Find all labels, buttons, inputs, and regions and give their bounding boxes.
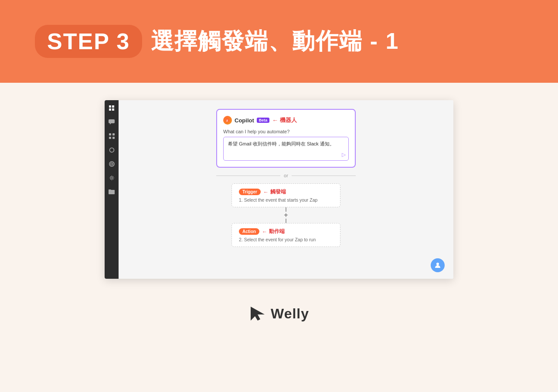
trigger-block[interactable]: Trigger ← 觸發端 1. Select the event that s… bbox=[231, 183, 340, 207]
svg-text:z: z bbox=[226, 118, 228, 122]
svg-point-11 bbox=[111, 163, 113, 165]
trigger-label: 觸發端 bbox=[270, 188, 286, 196]
sidebar-icon-folder[interactable] bbox=[108, 188, 115, 195]
sidebar-icon-home[interactable] bbox=[108, 105, 115, 112]
svg-rect-1 bbox=[112, 105, 114, 108]
welly-text: Welly bbox=[271, 306, 309, 322]
svg-rect-3 bbox=[112, 108, 114, 111]
svg-point-10 bbox=[109, 148, 114, 152]
main-content: z Copilot Beta ← 機器人 What can I help you… bbox=[0, 83, 558, 340]
svg-rect-2 bbox=[109, 108, 111, 111]
copilot-input[interactable]: 希望 Gmail 收到信件時，能夠同時在 Slack 通知。 ▷ bbox=[223, 137, 349, 161]
divider-line-right bbox=[292, 176, 356, 176]
trigger-description: 1. Select the event that starts your Zap bbox=[239, 197, 333, 203]
sidebar-icon-settings[interactable] bbox=[108, 174, 115, 181]
svg-point-16 bbox=[436, 263, 439, 265]
trigger-block-header: Trigger ← 觸發端 bbox=[239, 188, 333, 196]
or-text: or bbox=[284, 173, 288, 178]
svg-point-12 bbox=[109, 162, 114, 166]
action-description: 2. Select the event for your Zap to run bbox=[239, 237, 333, 242]
connector: + bbox=[284, 207, 288, 223]
copilot-robot-label: 機器人 bbox=[280, 116, 297, 124]
copilot-arrow-label: ← 機器人 bbox=[272, 116, 297, 124]
svg-rect-6 bbox=[109, 133, 111, 135]
or-divider: or bbox=[216, 173, 356, 178]
welly-brand: Welly bbox=[249, 305, 309, 322]
sidebar bbox=[105, 100, 119, 279]
sidebar-icon-circle[interactable] bbox=[108, 146, 115, 153]
header-title: 選擇觸發端、動作端 - 1 bbox=[151, 26, 399, 57]
connector-plus[interactable]: + bbox=[284, 212, 288, 219]
send-button[interactable]: ▷ bbox=[342, 152, 346, 158]
header: STEP 3 選擇觸發端、動作端 - 1 bbox=[0, 0, 558, 83]
copilot-question: What can I help you automate? bbox=[223, 129, 349, 134]
action-block[interactable]: Action ← 動作端 2. Select the event for you… bbox=[231, 223, 340, 247]
screenshot-container: z Copilot Beta ← 機器人 What can I help you… bbox=[105, 100, 453, 279]
action-label: 動作端 bbox=[269, 228, 285, 235]
copilot-header: z Copilot Beta ← 機器人 bbox=[223, 116, 349, 125]
svg-rect-4 bbox=[109, 119, 115, 123]
svg-rect-7 bbox=[112, 133, 115, 135]
arrow-icon: ← bbox=[272, 117, 278, 124]
beta-badge: Beta bbox=[257, 118, 270, 123]
svg-marker-17 bbox=[251, 307, 265, 321]
sidebar-icon-grid[interactable] bbox=[108, 132, 115, 139]
action-arrow-label: ← 動作端 bbox=[262, 228, 285, 235]
connector-line-bottom bbox=[286, 219, 286, 223]
app-content: z Copilot Beta ← 機器人 What can I help you… bbox=[119, 100, 453, 279]
sidebar-icon-settings2[interactable] bbox=[108, 160, 115, 167]
action-block-header: Action ← 動作端 bbox=[239, 228, 333, 235]
copilot-logo: z bbox=[223, 116, 232, 125]
trigger-arrow-label: ← 觸發端 bbox=[263, 188, 286, 196]
user-avatar[interactable] bbox=[431, 258, 445, 272]
svg-rect-0 bbox=[109, 105, 111, 108]
trigger-badge: Trigger bbox=[239, 189, 261, 195]
trigger-arrow-icon: ← bbox=[263, 189, 269, 195]
welly-logo-icon bbox=[249, 305, 266, 322]
svg-marker-5 bbox=[110, 123, 111, 125]
svg-rect-8 bbox=[109, 137, 111, 139]
step-badge-text: STEP 3 bbox=[47, 29, 130, 54]
action-badge: Action bbox=[239, 228, 259, 235]
flow-container: Trigger ← 觸發端 1. Select the event that s… bbox=[231, 183, 340, 247]
step-badge: STEP 3 bbox=[35, 25, 142, 58]
copilot-input-text: 希望 Gmail 收到信件時，能夠同時在 Slack 通知。 bbox=[228, 141, 334, 146]
sidebar-icon-chat[interactable] bbox=[108, 118, 115, 125]
action-arrow-icon: ← bbox=[262, 229, 267, 235]
svg-rect-9 bbox=[112, 137, 115, 139]
copilot-card: z Copilot Beta ← 機器人 What can I help you… bbox=[216, 109, 356, 168]
svg-point-13 bbox=[111, 177, 113, 179]
copilot-label: Copilot bbox=[235, 117, 254, 124]
divider-line-left bbox=[216, 176, 280, 176]
input-wrapper: 希望 Gmail 收到信件時，能夠同時在 Slack 通知。 ▷ bbox=[223, 137, 349, 161]
